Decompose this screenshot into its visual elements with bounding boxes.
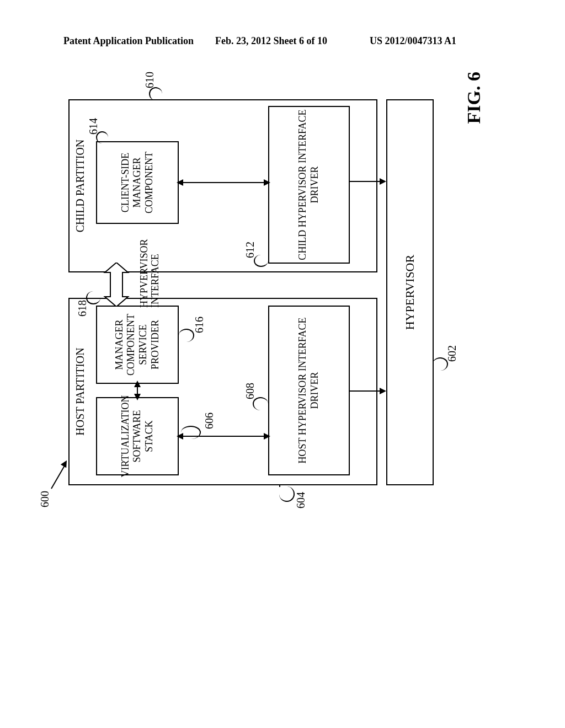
- header-right: US 2012/0047313 A1: [370, 35, 456, 47]
- lead-604: [279, 486, 295, 502]
- header-left: Patent Application Publication: [63, 35, 194, 47]
- host-hid-box: HOST HYPERVISOR INTERFACE DRIVER: [268, 306, 350, 475]
- client-manager-box: CLIENT-SIDE MANAGER COMPONENT: [96, 141, 179, 224]
- svg-marker-0: [105, 263, 128, 307]
- figure-caption: FIG. 6: [463, 72, 484, 124]
- child-hid-label: CHILD HYPERVISOR INTERFACE DRIVER: [297, 109, 321, 260]
- lead-616: [179, 329, 194, 342]
- hypervisor-interface-label: HYPVERVISOR INTERFACE: [139, 260, 161, 308]
- lead-610: [149, 87, 162, 100]
- hypervisor-label: HYPERVISOR: [403, 255, 417, 330]
- ref-label-604: 604: [295, 492, 307, 508]
- lead-608: [253, 397, 268, 410]
- host-hid-label: HOST HYPERVISOR INTERFACE DRIVER: [297, 309, 321, 472]
- hypervisor-interface-arrow: [96, 263, 137, 307]
- ref-label-612: 612: [244, 242, 257, 258]
- lead-614: [96, 131, 108, 143]
- child-partition: CHILD PARTITION CLIENT-SIDE MANAGER COMP…: [68, 99, 377, 272]
- arrow-host-hid-hypervisor: [350, 390, 381, 392]
- child-hid-box: CHILD HYPERVISOR INTERFACE DRIVER: [268, 106, 350, 264]
- ref-label-610: 610: [143, 72, 156, 88]
- manager-provider-box: MANAGER COMPONENT SERVICE PROVIDER: [96, 306, 179, 384]
- host-partition-title: HOST PARTITION: [74, 299, 87, 484]
- figure-6: 600 HYPERVISOR HOST PARTITION VIRTUALIZA…: [49, 88, 457, 496]
- manager-provider-label: MANAGER COMPONENT SERVICE PROVIDER: [114, 309, 161, 381]
- ref-label-618: 618: [76, 300, 89, 317]
- arrow-stack-provider: [137, 386, 138, 395]
- lead-618: [86, 291, 100, 304]
- hypervisor-box: HYPERVISOR: [386, 99, 434, 485]
- child-partition-title: CHILD PARTITION: [74, 100, 87, 271]
- host-partition: HOST PARTITION VIRTUALIZATION SOFTWARE S…: [68, 298, 377, 485]
- ref-label-608: 608: [244, 383, 257, 399]
- header-center: Feb. 23, 2012 Sheet 6 of 10: [215, 35, 327, 47]
- arrow-child-hid-hypervisor: [350, 181, 381, 182]
- ref-label-600: 600: [39, 491, 51, 507]
- lead-612: [254, 255, 268, 267]
- ref-label-602: 602: [446, 345, 459, 362]
- ref-label-616: 616: [193, 317, 206, 333]
- client-manager-label: CLIENT-SIDE MANAGER COMPONENT: [120, 144, 156, 221]
- lead-602: [433, 357, 448, 371]
- virtualization-stack-box: VIRTUALIZATION SOFTWARE STACK: [96, 397, 179, 475]
- virtualization-stack-label: VIRTUALIZATION SOFTWARE STACK: [120, 395, 156, 478]
- ref-label-606: 606: [203, 413, 216, 429]
- arrow-client-hid: [182, 182, 265, 183]
- lead-606: [181, 426, 201, 439]
